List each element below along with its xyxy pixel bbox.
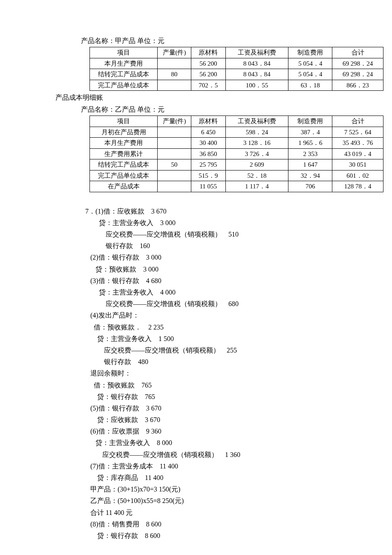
entry-line: 退回余额时：	[85, 370, 131, 377]
entry-line: 应交税费——应交增值税（销项税额） 510	[85, 231, 239, 238]
entry-line: 贷：库存商品 11 400	[85, 474, 163, 481]
th-item: 项目	[90, 47, 158, 58]
table-row: 结转完工产品成本 80 56 200 8 043．84 5 054．4 69 2…	[90, 69, 383, 80]
cell: 11 055	[191, 181, 226, 192]
cell: 43 019．4	[332, 148, 383, 159]
cell: 866．23	[332, 80, 383, 91]
th-item: 项目	[90, 116, 158, 127]
entry-line: 合计 11 400 元	[85, 509, 133, 516]
detail-ledger-title: 产品成本明细账	[55, 92, 345, 103]
entry-line: 贷：主营业务收入 4 000	[85, 289, 176, 296]
th-mfg: 制造费用	[288, 47, 332, 58]
table1-title: 产品名称：甲产品 单位：元	[81, 36, 345, 46]
th-wage: 工资及福利费	[225, 47, 288, 58]
th-total: 合计	[332, 47, 383, 58]
cell: 63．18	[288, 80, 332, 91]
cell: 387．4	[288, 127, 332, 138]
entry-line: 应交税费——应交增值税（销项税额） 680	[85, 300, 239, 307]
cell: 3 726．4	[225, 148, 288, 159]
cell: 30 400	[191, 138, 226, 149]
entry-line: 贷：主营业务收入 8 000	[85, 439, 172, 446]
cell: 80	[158, 69, 191, 80]
cell: 2 609	[225, 159, 288, 171]
table-row: 完工产品单位成本 702．5 100．55 63．18 866．23	[90, 80, 383, 91]
entry-line: (8)借：销售费用 8 600	[85, 520, 161, 528]
entry-line: (2)借：银行存款 3 000	[85, 254, 161, 261]
th-mfg: 制造费用	[288, 116, 332, 127]
cell: 50	[158, 159, 191, 171]
cell: 1 647	[288, 159, 332, 171]
journal-entries: 7．(1)借：应收账款 3 670 贷：主营业务收入 3 000 应交税费——应…	[85, 194, 345, 542]
cell: 69 298．24	[332, 58, 383, 69]
cell: 56 200	[191, 69, 226, 80]
table-row: 结转完工产品成本 50 25 795 2 609 1 647 30 051	[90, 159, 383, 171]
cell: 128 78．4	[332, 181, 383, 192]
entry-line: 贷：预收账款 3 000	[85, 266, 159, 273]
cell: 35 493．76	[332, 138, 383, 149]
cell: 5 054．4	[288, 58, 332, 69]
entry-line: (5)借：银行存款 3 670	[85, 405, 161, 412]
cell: 32．94	[288, 170, 332, 181]
th-qty: 产量(件)	[158, 47, 191, 58]
table-row: 在产品成本 11 055 1 117．4 706 128 78．4	[90, 181, 383, 192]
th-wage: 工资及福利费	[225, 116, 288, 127]
entry-line: 贷：应收账款 3 670	[85, 416, 160, 423]
table-row: 本月生产费用 56 200 8 043．84 5 054．4 69 298．24	[90, 58, 383, 69]
entry-line: 借：预收账款 765	[85, 382, 152, 389]
cell: 1 117．4	[225, 181, 288, 192]
cell: 8 043．84	[225, 69, 288, 80]
entry-line: 贷：主营业务收入 3 000	[85, 219, 176, 226]
cell: 5 054．4	[288, 69, 332, 80]
th-raw: 原材料	[191, 47, 226, 58]
entry-line: 贷：主营业务收入 1 500	[85, 335, 174, 342]
cell: 702．5	[191, 80, 226, 91]
table-row: 本月生产费用 30 400 3 128．16 1 965．6 35 493．76	[90, 138, 383, 149]
entry-line: 应交税费——应交增值税（销项税额） 255	[85, 347, 237, 354]
cell: 1 965．6	[288, 138, 332, 149]
cell: 2 353	[288, 148, 332, 159]
cell: 生产费用累计	[90, 148, 158, 159]
cell: 598．24	[225, 127, 288, 138]
cell: 完工产品单位成本	[90, 170, 158, 181]
cell: 601．02	[332, 170, 383, 181]
cell: 本月生产费用	[90, 58, 158, 69]
cell	[158, 170, 191, 181]
table-row: 完工产品单位成本 515．9 52．18 32．94 601．02	[90, 170, 383, 181]
table-header-row: 项目 产量(件) 原材料 工资及福利费 制造费用 合计	[90, 116, 383, 127]
cell: 25 795	[191, 159, 226, 171]
cell	[158, 148, 191, 159]
table2-title: 产品名称：乙产品 单位：元	[81, 104, 345, 115]
th-total: 合计	[332, 116, 383, 127]
cell: 结转完工产品成本	[90, 69, 158, 80]
entry-line: (3)借：银行存款 4 680	[85, 277, 161, 284]
cell: 69 298．24	[332, 69, 383, 80]
entry-line: 乙产品：(50+100)x55=8 250(元)	[85, 497, 184, 504]
entry-line: (7)借：主营业务成本 11 400	[85, 462, 178, 470]
cell: 本月生产费用	[90, 138, 158, 149]
th-raw: 原材料	[191, 116, 226, 127]
th-qty: 产量(件)	[158, 116, 191, 127]
cell: 7 525．64	[332, 127, 383, 138]
cell: 8 043．84	[225, 58, 288, 69]
cell	[158, 58, 191, 69]
entry-line: 贷：银行存款 765	[85, 393, 155, 400]
table-product-a: 项目 产量(件) 原材料 工资及福利费 制造费用 合计 本月生产费用 56 20…	[89, 47, 383, 91]
entry-line: 银行存款 480	[85, 358, 148, 365]
cell: 完工产品单位成本	[90, 80, 158, 91]
table-row: 生产费用累计 36 850 3 726．4 2 353 43 019．4	[90, 148, 383, 159]
entry-line: 银行存款 160	[85, 242, 150, 249]
entry-line: 甲产品：(30+15)x70=3 150(元)	[85, 486, 180, 493]
table-header-row: 项目 产量(件) 原材料 工资及福利费 制造费用 合计	[90, 47, 383, 58]
entry-line: 7．(1)借：应收账款 3 670	[85, 208, 167, 215]
cell: 6 450	[191, 127, 226, 138]
cell	[158, 138, 191, 149]
cell: 36 850	[191, 148, 226, 159]
cell: 52．18	[225, 170, 288, 181]
cell: 515．9	[191, 170, 226, 181]
entry-line: (4)发出产品时：	[85, 312, 139, 319]
entry-line: 借：预收账款． 2 235	[85, 324, 164, 331]
cell: 30 051	[332, 159, 383, 171]
cell: 3 128．16	[225, 138, 288, 149]
cell	[158, 181, 191, 192]
entry-line: (6)借：应收票据 9 360	[85, 428, 161, 435]
